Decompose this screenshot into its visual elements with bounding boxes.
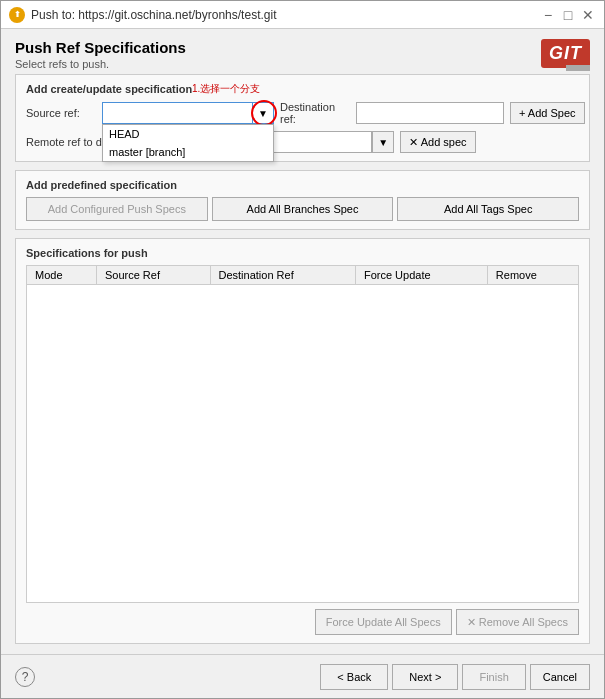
app-icon: ⬆ [9,7,25,23]
page-subtitle: Select refs to push. [15,58,186,70]
back-button[interactable]: < Back [320,664,388,690]
destination-ref-label: Destination ref: [280,101,350,125]
add-spec-button[interactable]: + Add Spec [510,102,585,124]
source-container: 1.选择一个分支 ▼ HEAD master [branch] [102,102,274,124]
help-button[interactable]: ? [15,667,35,687]
close-button[interactable]: ✕ [580,7,596,23]
specs-section-title: Specifications for push [26,247,579,259]
table-empty-row [27,285,578,415]
destination-ref-input[interactable] [356,102,504,124]
window-controls: − □ ✕ [540,7,596,23]
col-source-ref: Source Ref [96,266,210,285]
title-bar-left: ⬆ Push to: https://git.oschina.net/byron… [9,7,276,23]
cancel-button[interactable]: Cancel [530,664,590,690]
dialog-footer: ? < Back Next > Finish Cancel [1,654,604,698]
dropdown-item-head[interactable]: HEAD [103,125,273,143]
add-spec2-button[interactable]: ✕ Add spec [400,131,475,153]
specs-footer-buttons: Force Update All Specs ✕ Remove All Spec… [26,609,579,635]
create-update-title: Add create/update specification [26,83,579,95]
page-title: Push Ref Specifications [15,39,186,56]
finish-button[interactable]: Finish [462,664,525,690]
add-configured-push-specs-button[interactable]: Add Configured Push Specs [26,197,208,221]
specs-section: Specifications for push Mode Source Ref … [15,238,590,644]
nav-buttons: < Back Next > Finish Cancel [320,664,590,690]
col-destination-ref: Destination Ref [210,266,355,285]
create-update-section: Add create/update specification Source r… [15,74,590,162]
force-update-all-specs-button[interactable]: Force Update All Specs [315,609,452,635]
header-text: Push Ref Specifications Select refs to p… [15,39,186,70]
col-force-update: Force Update [355,266,487,285]
minimize-button[interactable]: − [540,7,556,23]
window-title: Push to: https://git.oschina.net/byronhs… [31,8,276,22]
source-ref-label: Source ref: [26,107,96,119]
table-header-row: Mode Source Ref Destination Ref Force Up… [27,266,578,285]
source-ref-input[interactable] [102,102,252,124]
dropdown-item-master[interactable]: master [branch] [103,143,273,161]
specs-table: Mode Source Ref Destination Ref Force Up… [27,266,578,415]
col-remove: Remove [487,266,578,285]
specs-table-wrapper: Mode Source Ref Destination Ref Force Up… [26,265,579,603]
header-section: Push Ref Specifications Select refs to p… [15,39,590,70]
source-dropdown-button[interactable]: ▼ [252,102,274,124]
dropdown-circle-indicator [251,100,277,126]
maximize-button[interactable]: □ [560,7,576,23]
git-logo: GIT [541,39,590,68]
col-mode: Mode [27,266,96,285]
remove-all-specs-button[interactable]: ✕ Remove All Specs [456,609,579,635]
remote-dropdown-button[interactable]: ▼ [372,131,394,153]
next-button[interactable]: Next > [392,664,458,690]
source-input-wrapper: ▼ HEAD master [branch] [102,102,274,124]
source-ref-row: Source ref: 1.选择一个分支 ▼ HEAD master [bran… [26,101,579,125]
main-window: ⬆ Push to: https://git.oschina.net/byron… [0,0,605,699]
add-all-branches-spec-button[interactable]: Add All Branches Spec [212,197,394,221]
source-dropdown-list: HEAD master [branch] [102,124,274,162]
predefined-buttons: Add Configured Push Specs Add All Branch… [26,197,579,221]
predefined-section: Add predefined specification Add Configu… [15,170,590,230]
add-all-tags-spec-button[interactable]: Add All Tags Spec [397,197,579,221]
content-area: Push Ref Specifications Select refs to p… [1,29,604,654]
predefined-title: Add predefined specification [26,179,579,191]
title-bar: ⬆ Push to: https://git.oschina.net/byron… [1,1,604,29]
annotation-text: 1.选择一个分支 [192,82,260,96]
